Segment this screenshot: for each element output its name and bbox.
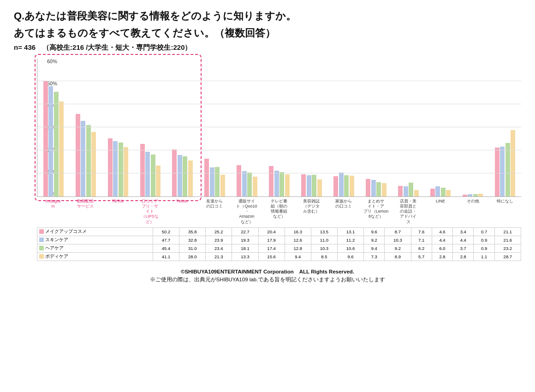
x-label-5: 友達からの口コミ: [198, 199, 231, 209]
cell-1-8: 9.2: [364, 236, 385, 244]
cell-1-7: 11.2: [337, 236, 363, 244]
cell-2-14: 23.2: [494, 244, 521, 252]
cell-3-11: 2.8: [432, 252, 452, 261]
cell-2-7: 10.6: [337, 244, 363, 252]
bar-3-0: [140, 144, 145, 196]
bar-8-2: [312, 175, 316, 196]
bar-11-3: [414, 190, 419, 196]
bar-10-0: [366, 179, 370, 196]
legend-table-area: Instagram動画配信サービスTikTok口コミアプリ・サイト（LIPSなど…: [37, 199, 521, 261]
bar-0-2: [54, 92, 59, 196]
bar-3-2: [151, 154, 155, 196]
bar-1-3: [91, 132, 96, 196]
data-table: メイクアップコスメ50.235.825.222.720.416.313.513.…: [37, 227, 521, 261]
cell-0-10: 7.6: [411, 227, 432, 236]
cell-3-6: 8.5: [311, 252, 337, 261]
cell-1-9: 10.3: [385, 236, 411, 244]
bar-6-0: [237, 165, 241, 196]
bar-0-0: [43, 81, 48, 196]
bar-2-1: [113, 141, 118, 196]
table-row-1: スキンケア47.732.823.919.317.912.611.011.29.2…: [37, 236, 521, 244]
bar-10-3: [382, 183, 386, 196]
cell-1-5: 12.6: [285, 236, 311, 244]
cell-0-4: 20.4: [258, 227, 285, 236]
cell-2-12: 3.7: [453, 244, 474, 252]
cell-2-5: 12.8: [285, 244, 311, 252]
bar-4-2: [183, 156, 187, 196]
cell-0-5: 16.3: [285, 227, 311, 236]
x-label-13: その他: [457, 199, 489, 204]
bar-8-1: [307, 175, 311, 196]
cell-0-1: 35.8: [179, 227, 206, 236]
cell-3-3: 13.3: [232, 252, 258, 261]
cell-3-4: 15.6: [258, 252, 285, 261]
cell-3-14: 28.7: [494, 252, 521, 261]
x-label-6: 通販サイト（Qoo10・Amazonなど）: [231, 199, 263, 225]
bar-group-2: [102, 59, 134, 196]
question-line1: Q.あなたは普段美容に関する情報をどのように知りますか。: [14, 9, 521, 24]
bar-12-1: [435, 186, 440, 196]
cell-0-0: 50.2: [153, 227, 179, 236]
cell-2-3: 18.1: [232, 244, 258, 252]
cell-0-12: 3.4: [453, 227, 474, 236]
x-label-3: 口コミアプリ・サイト（LIPSなど）: [134, 199, 166, 225]
cell-2-11: 6.0: [432, 244, 452, 252]
bar-10-2: [376, 182, 381, 196]
bar-7-0: [269, 166, 273, 196]
cell-2-9: 9.2: [385, 244, 411, 252]
cell-1-0: 47.7: [153, 236, 179, 244]
bar-7-1: [274, 171, 279, 196]
cell-1-3: 19.3: [232, 236, 258, 244]
cell-0-2: 25.2: [206, 227, 232, 236]
bar-5-3: [220, 175, 225, 196]
bar-group-1: [70, 59, 102, 196]
bar-11-0: [398, 186, 403, 196]
sample-info: n= 436 （高校生:216 /大学生・短大・専門学校生:220）: [14, 43, 521, 52]
cell-0-13: 0.7: [474, 227, 494, 236]
cell-3-0: 41.1: [153, 252, 179, 261]
bar-12-2: [441, 188, 446, 196]
bar-2-0: [108, 138, 113, 196]
bar-9-2: [344, 175, 349, 196]
bar-group-7: [263, 59, 296, 196]
cell-3-8: 7.3: [364, 252, 385, 261]
cell-0-11: 4.6: [432, 227, 452, 236]
bar-4-3: [188, 160, 193, 196]
cell-3-2: 21.3: [206, 252, 232, 261]
footer-copyright: ©SHIBUYA109ENTERTAINMENT Corporation ALL…: [14, 267, 521, 277]
bar-1-1: [81, 121, 85, 196]
bar-9-1: [339, 172, 344, 196]
cell-3-12: 2.8: [453, 252, 474, 261]
bar-3-3: [156, 166, 160, 196]
cell-1-12: 4.4: [453, 236, 474, 244]
bar-group-8: [296, 59, 328, 196]
bar-13-1: [468, 194, 472, 196]
cell-2-8: 9.4: [364, 244, 385, 252]
bar-8-3: [317, 179, 322, 196]
cell-0-9: 8.7: [385, 227, 411, 236]
bar-group-11: [392, 59, 424, 196]
bar-9-3: [350, 176, 354, 196]
cell-2-13: 0.9: [474, 244, 494, 252]
cell-3-10: 5.7: [411, 252, 432, 261]
table-row-3: ボディケア41.128.021.313.315.69.48.59.67.38.9…: [37, 252, 521, 261]
bar-4-1: [178, 155, 182, 196]
bar-group-6: [231, 59, 263, 196]
bar-group-5: [199, 59, 231, 196]
bar-13-2: [473, 194, 478, 196]
cell-1-1: 32.8: [179, 236, 206, 244]
cell-2-0: 45.4: [153, 244, 179, 252]
x-label-1: 動画配信サービス: [69, 199, 101, 209]
bar-6-1: [242, 171, 247, 196]
bar-14-3: [511, 130, 515, 196]
cell-1-11: 4.4: [432, 236, 452, 244]
question-line2: あてはまるものをすべて教えてください。（複数回答）: [14, 26, 521, 41]
bar-14-1: [500, 147, 505, 196]
x-label-14: 特になし: [489, 199, 521, 204]
cell-1-4: 17.9: [258, 236, 285, 244]
bar-2-3: [124, 147, 128, 196]
bar-7-2: [279, 172, 284, 196]
table-row-2: ヘアケア45.431.023.418.117.412.810.310.69.49…: [37, 244, 521, 252]
bar-12-0: [430, 189, 435, 196]
bar-group-14: [489, 59, 521, 196]
